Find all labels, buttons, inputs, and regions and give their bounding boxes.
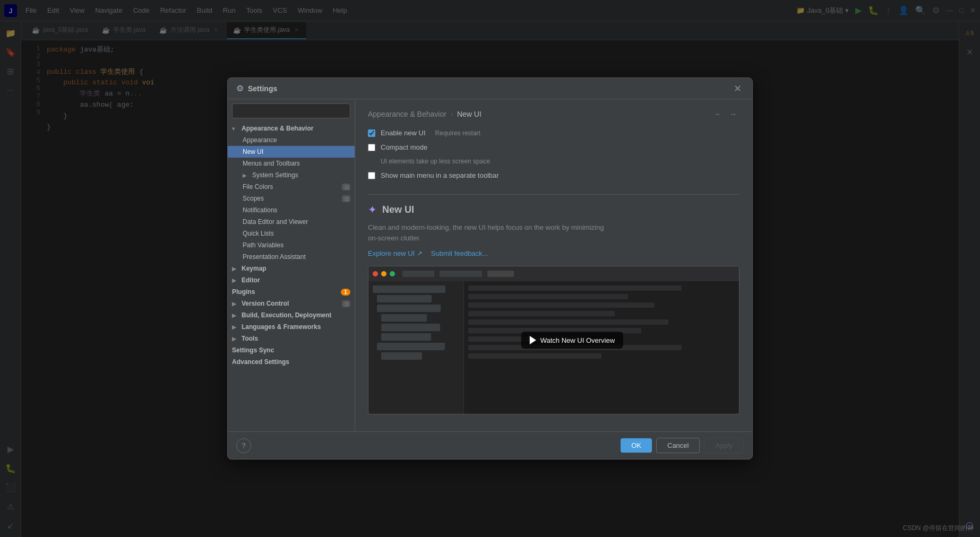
tree-item-build[interactable]: ▶ Build, Execution, Deployment xyxy=(228,309,355,321)
settings-tree: ▾ Appearance & Behavior Appearance New U… xyxy=(228,99,355,431)
mock-tab2 xyxy=(440,271,482,277)
settings-dialog-icon: ⚙ xyxy=(236,83,244,93)
new-ui-section: ✦ New UI Clean and modern-looking, the n… xyxy=(368,194,740,414)
tree-arrow-icon: ▶ xyxy=(232,278,238,283)
help-button[interactable]: ? xyxy=(236,438,251,453)
tree-item-data-editor[interactable]: Data Editor and Viewer xyxy=(228,216,355,228)
mock-maximize-dot xyxy=(390,271,395,276)
tree-item-version-control[interactable]: ▶ Version Control □ xyxy=(228,298,355,309)
tree-label: Menus and Toolbars xyxy=(243,160,300,167)
mock-code-5 xyxy=(468,319,668,325)
tree-item-advanced-settings[interactable]: Advanced Settings xyxy=(228,356,355,368)
mock-code-2 xyxy=(468,294,628,299)
requires-restart-label: Requires restart xyxy=(435,129,480,137)
explore-new-ui-link[interactable]: Explore new UI ↗ xyxy=(368,249,423,257)
tree-label: Notifications xyxy=(243,206,277,214)
tree-item-system-settings[interactable]: ▶ System Settings xyxy=(228,169,355,181)
mock-tab3 xyxy=(487,271,514,277)
nav-arrows: ← → xyxy=(712,108,740,120)
tree-item-presentation-assistant[interactable]: Presentation Assistant xyxy=(228,251,355,263)
enable-new-ui-label: Enable new UI xyxy=(381,129,426,137)
mock-tree-6 xyxy=(381,333,431,341)
tree-label: Build, Execution, Deployment xyxy=(242,311,331,319)
tree-label: Appearance xyxy=(243,136,277,144)
preview-sidebar xyxy=(368,281,464,414)
tree-arrow-icon: ▶ xyxy=(232,301,238,307)
mock-tree-7 xyxy=(377,343,445,350)
tree-item-quick-lists[interactable]: Quick Lists xyxy=(228,228,355,239)
compact-mode-row: Compact mode xyxy=(368,143,740,151)
settings-content: Enable new UI Appearance & Behavior › Ne… xyxy=(355,99,752,431)
new-ui-title: ✦ New UI xyxy=(368,203,740,216)
tree-item-notifications[interactable]: Notifications xyxy=(228,204,355,216)
show-main-menu-checkbox[interactable] xyxy=(368,172,375,179)
tree-item-plugins[interactable]: Plugins 1 xyxy=(228,286,355,298)
play-icon xyxy=(530,336,536,344)
tree-label: Keymap xyxy=(242,265,267,272)
tree-label: Languages & Frameworks xyxy=(242,323,321,331)
tree-item-keymap[interactable]: ▶ Keymap xyxy=(228,263,355,274)
tree-item-path-variables[interactable]: Path Variables xyxy=(228,239,355,251)
tree-label: Editor xyxy=(242,276,260,284)
enable-new-ui-row: Enable new UI Requires restart xyxy=(368,129,740,137)
dialog-overlay: ⚙ Settings ✕ ▾ Appearance & Behavior App… xyxy=(0,0,980,537)
watch-overview-label: Watch New UI Overview xyxy=(540,336,615,344)
settings-dialog: ⚙ Settings ✕ ▾ Appearance & Behavior App… xyxy=(227,77,753,460)
tree-item-editor[interactable]: ▶ Editor xyxy=(228,274,355,286)
mock-tab xyxy=(402,271,434,277)
mock-tree-4 xyxy=(381,314,427,322)
ok-button[interactable]: OK xyxy=(621,438,652,453)
compact-mode-checkbox[interactable] xyxy=(368,144,375,151)
nav-forward-button[interactable]: → xyxy=(727,108,740,120)
cancel-button[interactable]: Cancel xyxy=(656,438,700,453)
tree-item-appearance-behavior[interactable]: ▾ Appearance & Behavior xyxy=(228,123,355,134)
show-main-menu-label: Show main menu in a separate toolbar xyxy=(381,171,499,179)
breadcrumb-current: New UI xyxy=(457,110,482,118)
compact-mode-sub: UI elements take up less screen space xyxy=(381,158,740,165)
tree-label: Scopes xyxy=(243,195,264,202)
tree-label: Advanced Settings xyxy=(232,358,289,366)
mock-tree-8 xyxy=(381,352,422,360)
dialog-body: ▾ Appearance & Behavior Appearance New U… xyxy=(228,99,752,431)
tree-arrow-icon: ▶ xyxy=(232,336,238,342)
tree-label: Quick Lists xyxy=(243,230,274,237)
new-ui-description: Clean and modern-looking, the new UI hel… xyxy=(368,222,740,243)
tree-item-tools[interactable]: ▶ Tools xyxy=(228,333,355,344)
tree-label: Settings Sync xyxy=(232,347,274,354)
enable-new-ui-checkbox[interactable] xyxy=(368,129,375,137)
nav-back-button[interactable]: ← xyxy=(712,108,725,120)
watch-overview-button[interactable]: Watch New UI Overview xyxy=(521,332,623,349)
file-colors-badge: □ xyxy=(342,184,350,190)
tree-arrow-icon: ▶ xyxy=(243,172,249,178)
tree-item-file-colors[interactable]: File Colors □ xyxy=(228,181,355,193)
tree-item-new-ui[interactable]: New UI xyxy=(228,146,355,158)
sparkle-icon: ✦ xyxy=(368,203,377,216)
dialog-close-button[interactable]: ✕ xyxy=(731,82,744,95)
tree-item-settings-sync[interactable]: Settings Sync xyxy=(228,344,355,356)
tree-item-appearance[interactable]: Appearance xyxy=(228,134,355,146)
mock-minimize-dot xyxy=(381,271,386,276)
mock-code-9 xyxy=(468,353,601,359)
tree-item-scopes[interactable]: Scopes □ xyxy=(228,193,355,204)
submit-feedback-link[interactable]: Submit feedback... xyxy=(431,249,488,257)
compact-mode-label: Compact mode xyxy=(381,143,427,151)
scopes-badge: □ xyxy=(342,195,350,202)
breadcrumb-nav: Enable new UI Appearance & Behavior › Ne… xyxy=(368,108,740,120)
apply-button[interactable]: Apply xyxy=(704,438,744,453)
settings-search-input[interactable] xyxy=(232,103,350,118)
mock-code-1 xyxy=(468,285,682,291)
show-main-menu-row: Show main menu in a separate toolbar xyxy=(368,171,740,179)
preview-area: Watch New UI Overview xyxy=(368,266,740,414)
tree-item-menus-toolbars[interactable]: Menus and Toolbars xyxy=(228,158,355,169)
tree-arrow-icon: ▶ xyxy=(232,266,238,272)
breadcrumb-separator: › xyxy=(451,110,453,118)
tree-label: New UI xyxy=(243,148,263,155)
tree-label: File Colors xyxy=(243,183,273,190)
tree-label: Path Variables xyxy=(243,241,283,249)
dialog-footer: ? OK Cancel Apply xyxy=(228,431,752,459)
tree-label: Appearance & Behavior xyxy=(242,125,313,132)
tree-arrow-icon: ▾ xyxy=(232,126,238,132)
tree-item-languages[interactable]: ▶ Languages & Frameworks xyxy=(228,321,355,333)
tree-arrow-icon: ▶ xyxy=(232,324,238,330)
plugins-badge: 1 xyxy=(341,289,350,296)
